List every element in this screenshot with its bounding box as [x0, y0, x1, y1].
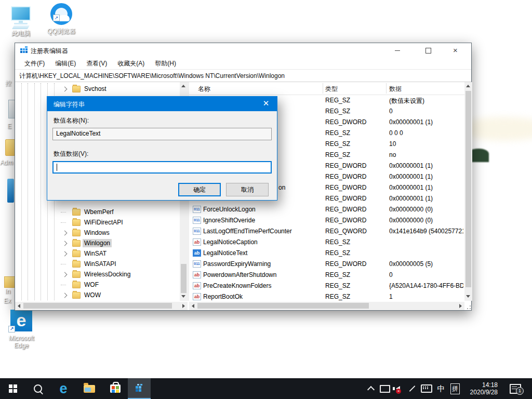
desktop-icon-this-pc[interactable]: 此电脑	[6, 6, 35, 38]
tree-item-wof[interactable]: WOF	[15, 280, 188, 290]
tree-item-wirelessdocking[interactable]: WirelessDocking	[15, 269, 188, 280]
cancel-button[interactable]: 取消	[226, 183, 269, 196]
scrollbar-thumb[interactable]	[181, 264, 187, 293]
window-titlebar[interactable]: 注册表编辑器 ×	[15, 43, 471, 58]
tree-item-svchost[interactable]: Svchost	[15, 84, 188, 94]
desktop-icon-fragment[interactable]	[4, 276, 15, 288]
column-divider[interactable]	[386, 83, 387, 94]
taskbar-clock[interactable]: 14:18 2020/9/28	[463, 378, 498, 399]
registry-row-ignoreshiftoveride[interactable]: 011IgnoreShiftOverideREG_DWORD0x00000000…	[189, 215, 472, 226]
resize-grip[interactable]	[466, 304, 472, 310]
desktop-icon-fragment[interactable]	[7, 179, 14, 203]
registry-row-lastlogoffendtimeperfcounter[interactable]: 011LastLogOffEndTimePerfCounterREG_QWORD…	[189, 226, 472, 237]
registry-row-precreateknownfolders[interactable]: abPreCreateKnownFoldersREG_SZ{A520A1A4-1…	[189, 281, 472, 291]
minimize-button[interactable]	[385, 43, 409, 58]
desktop-icon-microsoft-edge[interactable]: e ↗ Microsoft Edge	[6, 310, 36, 349]
menu-file[interactable]: 文件(F)	[19, 59, 50, 68]
tree-item-windows[interactable]: Windows	[15, 228, 188, 238]
expand-chevron-icon[interactable]	[62, 241, 68, 246]
expand-chevron-icon[interactable]	[62, 86, 68, 91]
desktop-icon-fragment[interactable]: Ex	[4, 297, 11, 304]
registry-cube-icon	[134, 383, 144, 393]
expand-chevron-icon[interactable]	[62, 292, 68, 298]
scrollbar-thumb[interactable]	[466, 91, 471, 287]
this-pc-icon	[6, 6, 35, 29]
tree-item-wifidirectapi[interactable]: WiFiDirectAPI	[15, 217, 188, 228]
shortcut-arrow-icon: ↗	[53, 15, 60, 21]
menu-help[interactable]: 帮助(H)	[150, 59, 181, 68]
ime-pinyin-indicator[interactable]: 拼	[448, 378, 462, 399]
scroll-left-icon[interactable]	[18, 304, 20, 308]
tree-connector	[61, 222, 66, 223]
taskbar-search-button[interactable]	[26, 378, 50, 399]
ime-language-indicator[interactable]: 中	[434, 378, 448, 399]
scroll-down-icon[interactable]	[181, 295, 185, 298]
expand-chevron-icon[interactable]	[62, 230, 68, 235]
tray-display-icon[interactable]	[378, 378, 392, 399]
ok-button[interactable]: 确定	[178, 183, 221, 196]
list-vertical-scrollbar[interactable]	[464, 82, 472, 301]
desktop-icon-qq-browser[interactable]: ↗ QQ浏览器	[45, 3, 78, 36]
scroll-right-icon[interactable]	[459, 304, 462, 308]
desktop-icon-label: Edge	[6, 342, 36, 349]
tree-horizontal-scrollbar[interactable]	[15, 302, 188, 310]
desktop-icon-fragment[interactable]: Adm	[0, 159, 13, 166]
expand-chevron-icon[interactable]	[62, 251, 68, 256]
registry-row-forceunlocklogon[interactable]: 011ForceUnlockLogonREG_DWORD0x00000000 (…	[189, 204, 472, 215]
scrollbar-thumb[interactable]	[197, 303, 369, 309]
taskbar-store-button[interactable]	[103, 378, 127, 399]
file-explorer-icon	[84, 385, 95, 393]
cloud-decoration	[436, 5, 532, 31]
value-type: REG_SZ	[325, 140, 350, 148]
value-data-input[interactable]	[52, 161, 272, 174]
tree-item-winsatapi[interactable]: WinSATAPI	[15, 259, 188, 269]
desktop-icon-fragment[interactable]: 控	[5, 79, 11, 88]
taskbar-edge-button[interactable]: e	[51, 378, 75, 399]
column-header-data[interactable]: 数据	[389, 85, 402, 94]
tray-chevron-up-icon[interactable]	[365, 378, 377, 399]
registry-row-legalnoticecaption[interactable]: abLegalNoticeCaptionREG_SZ	[189, 237, 472, 248]
scroll-right-icon[interactable]	[182, 304, 185, 308]
tree-item-wbemperf[interactable]: WbemPerf	[15, 207, 188, 217]
list-horizontal-scrollbar[interactable]	[189, 302, 464, 310]
tree-item-winsat[interactable]: WinSAT	[15, 248, 188, 259]
maximize-button[interactable]	[417, 43, 440, 58]
scroll-up-icon[interactable]	[181, 85, 185, 87]
tray-touch-keyboard-icon[interactable]	[419, 378, 434, 399]
registry-row-passwordexpirywarning[interactable]: 011PasswordExpiryWarningREG_DWORD0x00000…	[189, 259, 472, 270]
action-center-button[interactable]: 1	[505, 378, 526, 399]
registry-row-legalnoticetext[interactable]: abLegalNoticeTextREG_SZ	[189, 248, 472, 259]
registry-row-reportbootok[interactable]: abReportBootOkREG_SZ1	[189, 291, 472, 301]
string-value-icon: ab	[193, 249, 201, 257]
desktop-icon-fragment[interactable]: E	[7, 123, 11, 130]
dialog-close-button[interactable]: ✕	[255, 97, 277, 111]
taskbar-file-explorer-button[interactable]	[77, 378, 101, 399]
taskbar-regedit-button-active[interactable]	[128, 378, 151, 399]
value-name-field[interactable]: LegalNoticeText	[52, 128, 272, 140]
expand-chevron-icon[interactable]	[62, 272, 68, 277]
scroll-down-icon[interactable]	[466, 295, 470, 298]
start-button[interactable]	[1, 378, 25, 399]
column-header-name[interactable]: 名称	[198, 85, 210, 94]
desktop-icon-fragment[interactable]	[5, 139, 15, 156]
menu-favorites[interactable]: 收藏夹(A)	[112, 59, 150, 68]
value-data: no	[389, 151, 463, 158]
wave-foam	[470, 166, 532, 170]
desktop-icon-fragment[interactable]: In	[5, 288, 10, 295]
dialog-titlebar[interactable]: 编辑字符串 ✕	[47, 97, 277, 111]
column-divider[interactable]	[323, 83, 323, 94]
tree-connector	[61, 264, 66, 264]
tray-pen-icon[interactable]	[405, 378, 419, 399]
scroll-left-icon[interactable]	[192, 304, 194, 308]
registry-row-powerdownaftershutdown[interactable]: abPowerdownAfterShutdownREG_SZ0	[189, 270, 472, 281]
scroll-up-icon[interactable]	[466, 85, 470, 87]
menu-edit[interactable]: 编辑(E)	[50, 59, 81, 68]
address-bar[interactable]: 计算机\HKEY_LOCAL_MACHINE\SOFTWARE\Microsof…	[15, 69, 471, 82]
close-button[interactable]: ×	[444, 43, 467, 58]
scrollbar-thumb[interactable]	[23, 303, 172, 309]
tray-volume-muted-icon[interactable]: ×	[391, 378, 405, 399]
column-header-type[interactable]: 类型	[325, 85, 338, 94]
menu-view[interactable]: 查看(V)	[81, 59, 112, 68]
tree-item-wow[interactable]: WOW	[15, 290, 188, 300]
tree-item-winlogon[interactable]: Winlogon	[15, 238, 188, 248]
